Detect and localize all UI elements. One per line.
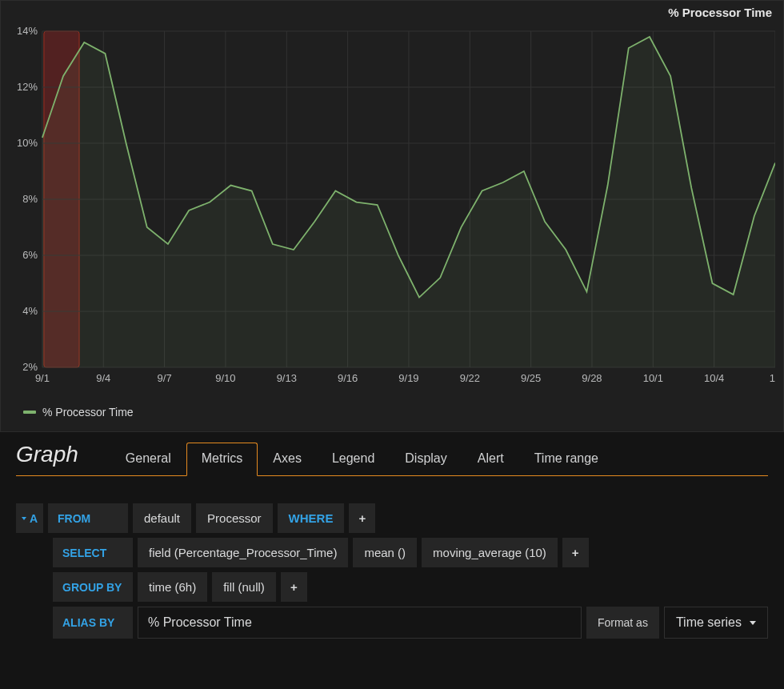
row-select: SELECT field (Percentage_Processor_Time)…	[16, 538, 768, 567]
seg-groupby-0[interactable]: time (6h)	[138, 572, 207, 602]
chart-legend[interactable]: % Processor Time	[23, 406, 134, 419]
seg-select-1[interactable]: mean ()	[353, 538, 417, 567]
svg-text:2%: 2%	[22, 361, 38, 373]
query-letter: A	[30, 512, 38, 525]
seg-select-0[interactable]: field (Percentage_Processor_Time)	[138, 538, 348, 567]
svg-text:9/28: 9/28	[582, 372, 602, 383]
label-from: FROM	[48, 503, 128, 533]
svg-text:9/25: 9/25	[521, 372, 541, 383]
legend-label: % Processor Time	[42, 406, 134, 419]
chart-area[interactable]: 2%4%6%8%10%12%14%9/19/49/79/109/139/169/…	[9, 23, 775, 383]
tab-axes[interactable]: Axes	[258, 443, 317, 476]
caret-down-icon	[22, 517, 26, 520]
seg-where[interactable]: WHERE	[278, 503, 345, 533]
format-as-select[interactable]: Time series	[664, 607, 768, 639]
svg-text:9/16: 9/16	[338, 372, 358, 383]
tab-metrics[interactable]: Metrics	[186, 443, 258, 476]
svg-text:9/22: 9/22	[460, 372, 480, 383]
label-groupby: GROUP BY	[53, 572, 133, 602]
query-toggle[interactable]: A	[16, 503, 43, 533]
row-aliasby: ALIAS BY Format as Time series	[16, 607, 768, 639]
svg-text:10%: 10%	[17, 137, 38, 149]
row-groupby: GROUP BY time (6h) fill (null) +	[16, 572, 768, 602]
chart-panel: % Processor Time 2%4%6%8%10%12%14%9/19/4…	[0, 0, 784, 432]
chart-svg: 2%4%6%8%10%12%14%9/19/49/79/109/139/169/…	[9, 23, 775, 383]
seg-select-2[interactable]: moving_average (10)	[422, 538, 558, 567]
plus-icon: +	[358, 511, 366, 525]
legend-swatch	[23, 411, 36, 414]
groupby-add-button[interactable]: +	[281, 572, 307, 602]
svg-text:10/4: 10/4	[704, 372, 724, 383]
query-rows: A FROM default Processor WHERE + SELECT …	[16, 503, 768, 639]
plus-icon: +	[290, 580, 298, 594]
format-as-label: Format as	[586, 607, 659, 639]
panel-editor: Graph GeneralMetricsAxesLegendDisplayAle…	[0, 432, 784, 639]
chart-title: % Processor Time	[668, 6, 772, 19]
tab-row: Graph GeneralMetricsAxesLegendDisplayAle…	[16, 442, 768, 476]
where-add-button[interactable]: +	[349, 503, 375, 533]
row-from: A FROM default Processor WHERE +	[16, 503, 768, 533]
seg-from-1[interactable]: Processor	[196, 503, 273, 533]
svg-text:10/1: 10/1	[643, 372, 663, 383]
svg-text:10: 10	[770, 372, 775, 383]
svg-text:12%: 12%	[17, 81, 38, 93]
svg-text:9/13: 9/13	[277, 372, 297, 383]
alias-input[interactable]	[138, 607, 582, 639]
svg-text:9/7: 9/7	[158, 372, 172, 383]
label-select: SELECT	[53, 538, 133, 567]
tab-alert[interactable]: Alert	[462, 443, 519, 476]
tab-general[interactable]: General	[110, 443, 186, 476]
svg-text:4%: 4%	[22, 305, 38, 317]
seg-groupby-1[interactable]: fill (null)	[212, 572, 276, 602]
format-as-value: Time series	[676, 615, 742, 630]
caret-down-icon	[750, 621, 756, 625]
plus-icon: +	[572, 546, 579, 559]
label-aliasby: ALIAS BY	[53, 607, 133, 639]
svg-text:14%: 14%	[17, 25, 38, 37]
svg-text:9/10: 9/10	[215, 372, 235, 383]
tab-legend[interactable]: Legend	[317, 443, 390, 476]
svg-text:6%: 6%	[22, 249, 38, 261]
svg-text:9/4: 9/4	[96, 372, 110, 383]
svg-text:8%: 8%	[22, 193, 38, 205]
seg-from-0[interactable]: default	[133, 503, 191, 533]
svg-text:9/1: 9/1	[35, 372, 50, 383]
section-title: Graph	[16, 442, 110, 474]
select-add-button[interactable]: +	[562, 538, 589, 567]
tab-time-range[interactable]: Time range	[519, 443, 614, 476]
tab-display[interactable]: Display	[390, 443, 462, 476]
svg-text:9/19: 9/19	[398, 372, 418, 383]
